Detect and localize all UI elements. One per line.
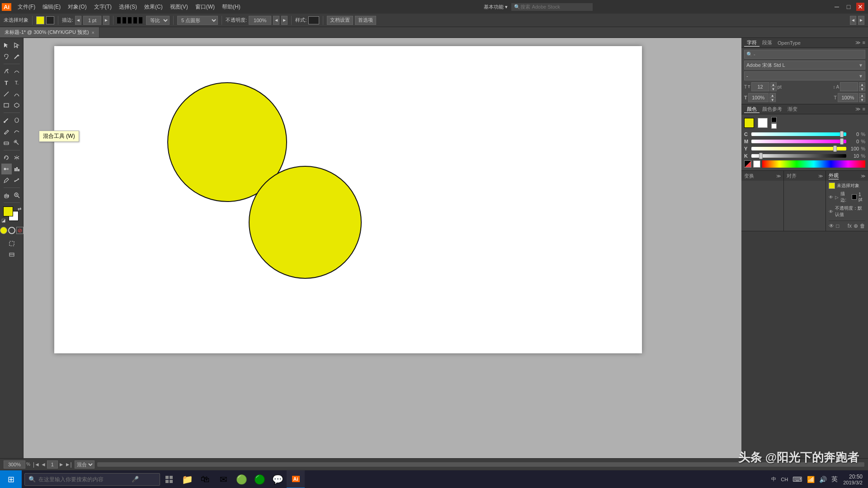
blob-brush-button[interactable] xyxy=(12,115,22,126)
preferences-button[interactable]: 首选项 xyxy=(355,16,376,25)
page-last[interactable]: ►| xyxy=(65,461,72,468)
text-area-button[interactable]: T. xyxy=(12,77,22,88)
opacity-up[interactable]: ► xyxy=(281,16,288,25)
menu-edit[interactable]: 编辑(E) xyxy=(39,2,64,12)
menu-view[interactable]: 视图(V) xyxy=(166,2,192,12)
select-like-button[interactable] xyxy=(1,238,22,249)
blend-mode-select[interactable]: 混合 xyxy=(75,460,94,469)
taskbar-mic-icon[interactable]: 🎤 xyxy=(132,476,139,483)
font-search-bar[interactable]: 🔍 - xyxy=(744,50,865,59)
char-panel-menu[interactable]: ≫ xyxy=(855,40,861,46)
leading-up[interactable]: ▲ xyxy=(859,82,865,87)
color-tab[interactable]: 颜色 xyxy=(744,106,760,113)
leading-input[interactable] xyxy=(840,82,858,91)
style-preview[interactable] xyxy=(308,16,319,24)
color-panel-menu[interactable]: ≫ xyxy=(855,106,861,112)
page-next[interactable]: ► xyxy=(59,461,64,468)
doc-tab-main[interactable]: 未标题-1* @ 300% (CMYK/GPU 预览) × xyxy=(0,27,99,38)
stroke-weight-up[interactable]: ► xyxy=(103,16,109,25)
pencil-tool-button[interactable] xyxy=(1,126,12,137)
direct-selection-tool-button[interactable] xyxy=(12,40,22,51)
stroke-weight-down[interactable]: ◄ xyxy=(75,16,81,25)
opacity-down[interactable]: ◄ xyxy=(273,16,279,25)
hand-tool-button[interactable] xyxy=(1,190,12,201)
font-size-input[interactable] xyxy=(751,82,769,91)
none-color-btn[interactable] xyxy=(744,160,751,168)
stroke-weight-input[interactable] xyxy=(83,16,101,25)
menu-object[interactable]: 对象(O) xyxy=(64,2,90,12)
text-tool-button[interactable]: T xyxy=(1,77,12,88)
transform-mini-expand[interactable]: ≫ xyxy=(776,174,781,178)
color-panel-close[interactable]: ≡ xyxy=(863,106,865,112)
workspace-right[interactable]: ► xyxy=(858,16,864,25)
minimize-button[interactable]: ─ xyxy=(833,3,841,11)
taskbar-search-bar[interactable]: 🔍 🎤 xyxy=(24,473,160,486)
eye-icon[interactable]: 👁 xyxy=(829,195,833,200)
color-ref-tab[interactable]: 颜色参考 xyxy=(760,106,785,113)
start-button[interactable]: ⊞ xyxy=(0,470,22,488)
menu-help[interactable]: 帮助(H) xyxy=(218,2,244,12)
zoom-tool-button[interactable] xyxy=(12,190,22,201)
fill-swatch[interactable] xyxy=(36,16,44,24)
lasso-tool-button[interactable] xyxy=(1,51,12,62)
bg-color-swatch-large[interactable] xyxy=(758,118,768,128)
font-style-select[interactable]: - ▼ xyxy=(744,71,865,80)
column-graph-button[interactable] xyxy=(12,164,22,174)
zoom-input[interactable] xyxy=(4,460,25,469)
stroke-mode-button[interactable] xyxy=(8,227,15,234)
scale-v-input[interactable] xyxy=(838,93,858,102)
scale-h-down[interactable]: ▼ xyxy=(769,98,776,102)
reflect-tool-button[interactable] xyxy=(12,152,22,163)
curvature-tool-button[interactable] xyxy=(12,66,22,77)
arc-tool-button[interactable] xyxy=(12,89,22,99)
taskbar-ai-icon[interactable]: Ai xyxy=(287,470,305,488)
selection-tool-button[interactable] xyxy=(1,40,12,51)
page-prev[interactable]: ◄ xyxy=(41,461,46,468)
scissors-tool-button[interactable] xyxy=(12,137,22,148)
char-tab[interactable]: 字符 xyxy=(744,39,760,47)
maximize-button[interactable]: □ xyxy=(844,3,853,11)
magic-wand-button[interactable] xyxy=(12,51,22,62)
appearance-new-btn[interactable]: □ xyxy=(836,223,839,229)
stroke-swatch[interactable] xyxy=(46,16,54,24)
appearance-fx-btn[interactable]: fx xyxy=(848,223,852,229)
scale-h-input[interactable] xyxy=(748,93,769,102)
menu-select[interactable]: 选择(S) xyxy=(115,2,141,12)
m-slider-track[interactable] xyxy=(751,140,846,143)
white-color-btn[interactable] xyxy=(753,160,760,168)
taskbar-wechat-icon[interactable]: 💬 xyxy=(269,470,287,488)
taskbar-search-input[interactable] xyxy=(38,476,129,483)
workspace-left[interactable]: ◄ xyxy=(850,16,856,25)
taskbar-green-icon[interactable]: 🟢 xyxy=(232,470,250,488)
doc-tab-close[interactable]: × xyxy=(92,30,94,35)
c-slider-thumb[interactable] xyxy=(840,131,844,137)
font-size-down[interactable]: ▼ xyxy=(770,87,777,91)
font-size-up[interactable]: ▲ xyxy=(770,82,777,87)
menu-window[interactable]: 窗口(W) xyxy=(192,2,218,12)
foreground-color[interactable] xyxy=(3,206,13,216)
taskbar-mail-icon[interactable]: ✉ xyxy=(214,470,232,488)
page-first[interactable]: |◄ xyxy=(33,461,40,468)
english-lang[interactable]: 英 xyxy=(830,475,840,483)
layers-button[interactable] xyxy=(1,249,22,260)
rect-tool-button[interactable] xyxy=(1,100,12,111)
volume-icon[interactable]: 🔊 xyxy=(817,476,829,483)
none-mode-button[interactable]: ⊘ xyxy=(16,227,24,234)
page-input[interactable] xyxy=(47,460,58,469)
char-panel-close[interactable]: ≡ xyxy=(863,40,865,46)
scale-h-up[interactable]: ▲ xyxy=(769,93,776,98)
appearance-eye-btn[interactable]: 👁 xyxy=(829,223,834,229)
task-view-button[interactable] xyxy=(160,470,178,488)
workspace-label[interactable]: 基本功能 ▾ xyxy=(484,4,508,10)
y-slider-thumb[interactable] xyxy=(833,145,837,152)
points-select[interactable]: 5 点圆形 xyxy=(177,16,218,25)
color-spectrum[interactable] xyxy=(762,160,865,168)
menu-text[interactable]: 文字(T) xyxy=(90,2,115,12)
y-slider-track[interactable] xyxy=(751,147,846,150)
circle-bottom[interactable] xyxy=(249,166,362,279)
scale-v-down[interactable]: ▼ xyxy=(859,98,865,102)
k-slider-track[interactable] xyxy=(751,154,846,158)
paintbrush-tool-button[interactable] xyxy=(1,115,12,126)
opentype-tab[interactable]: OpenType xyxy=(775,40,803,46)
fill-mode-button[interactable] xyxy=(0,227,7,234)
